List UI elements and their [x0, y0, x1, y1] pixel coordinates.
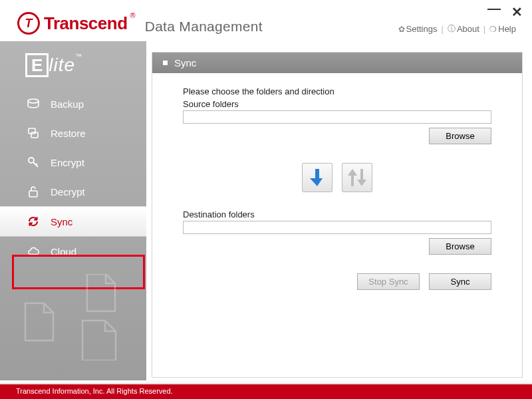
sidebar-item-backup[interactable]: Backup: [0, 89, 146, 118]
stop-sync-button[interactable]: Stop Sync: [357, 273, 420, 290]
main-area: Sync Please choose the folders and direc…: [146, 41, 532, 380]
gear-icon: ✿: [398, 25, 405, 34]
svg-rect-4: [29, 191, 37, 197]
sync-button[interactable]: Sync: [429, 273, 491, 290]
settings-link[interactable]: ✿Settings: [396, 24, 440, 34]
sidebar-item-label: Restore: [51, 128, 86, 139]
disk-icon: [27, 97, 40, 110]
decor-documents-icon: [24, 274, 124, 360]
sidebar-item-sync[interactable]: Sync: [0, 206, 146, 237]
about-link[interactable]: ⓘAbout: [445, 23, 482, 35]
instruction-text: Please choose the folders and direction: [183, 86, 491, 96]
sync-panel: Sync Please choose the folders and direc…: [152, 52, 523, 378]
sidebar-item-label: Decrypt: [51, 186, 85, 198]
svg-rect-2: [31, 132, 38, 138]
sidebar-item-label: Sync: [51, 216, 72, 227]
close-button[interactable]: ✕: [511, 4, 523, 20]
unlock-icon: [27, 185, 40, 198]
header-links: ✿Settings | ⓘAbout | ❍Help: [396, 23, 519, 35]
registered-icon: ®: [130, 11, 136, 19]
sidebar-item-decrypt[interactable]: Decrypt: [0, 177, 146, 206]
footer-text: Transcend Information, Inc. All Rights R…: [16, 387, 173, 395]
sidebar-item-label: Backup: [51, 98, 84, 110]
dest-input[interactable]: [183, 221, 491, 234]
minimize-button[interactable]: —: [487, 1, 501, 16]
panel-body: Please choose the folders and direction …: [152, 73, 522, 297]
window-controls: — ✕: [487, 4, 523, 20]
footer: Transcend Information, Inc. All Rights R…: [0, 384, 532, 399]
body: Elite™ Backup Restore Encrypt: [0, 41, 532, 380]
app-window: — ✕ T Transcend ® Data Management ✿Setti…: [0, 0, 532, 399]
help-link[interactable]: ❍Help: [487, 24, 519, 34]
sidebar-item-label: Encrypt: [51, 157, 84, 168]
help-icon: ❍: [489, 25, 497, 34]
source-label: Source folders: [183, 99, 491, 109]
cloud-icon: [27, 245, 40, 258]
action-row: Stop Sync Sync: [183, 273, 491, 290]
panel-header: Sync: [152, 53, 522, 73]
bullet-icon: [163, 61, 168, 65]
sidebar-item-cloud[interactable]: Cloud: [0, 237, 146, 266]
svg-point-3: [29, 158, 34, 163]
info-icon: ⓘ: [448, 23, 456, 35]
svg-rect-1: [29, 128, 35, 134]
panel-title: Sync: [174, 57, 196, 68]
sidebar-item-label: Cloud: [51, 246, 76, 257]
header: T Transcend ® Data Management ✿Settings …: [0, 0, 532, 41]
brand-name: Transcend: [44, 13, 128, 34]
browse-dest-button[interactable]: Browse: [429, 238, 491, 255]
one-way-down-button[interactable]: [302, 163, 332, 192]
two-way-button[interactable]: [342, 163, 372, 192]
sidebar-item-encrypt[interactable]: Encrypt: [0, 148, 146, 177]
sidebar: Elite™ Backup Restore Encrypt: [0, 41, 146, 380]
sync-icon: [27, 215, 40, 228]
browse-source-button[interactable]: Browse: [429, 128, 491, 144]
restore-icon: [27, 126, 40, 140]
product-name: Data Management: [145, 19, 263, 35]
source-input[interactable]: [183, 110, 491, 124]
brand-logo: T Transcend ®: [17, 12, 137, 35]
elite-logo: Elite™: [25, 53, 133, 77]
key-icon: [27, 156, 40, 169]
svg-point-0: [28, 99, 39, 103]
dest-label: Destination folders: [183, 209, 491, 219]
direction-buttons: [183, 163, 491, 192]
sidebar-item-restore[interactable]: Restore: [0, 118, 146, 148]
brand-mark-icon: T: [17, 12, 40, 35]
